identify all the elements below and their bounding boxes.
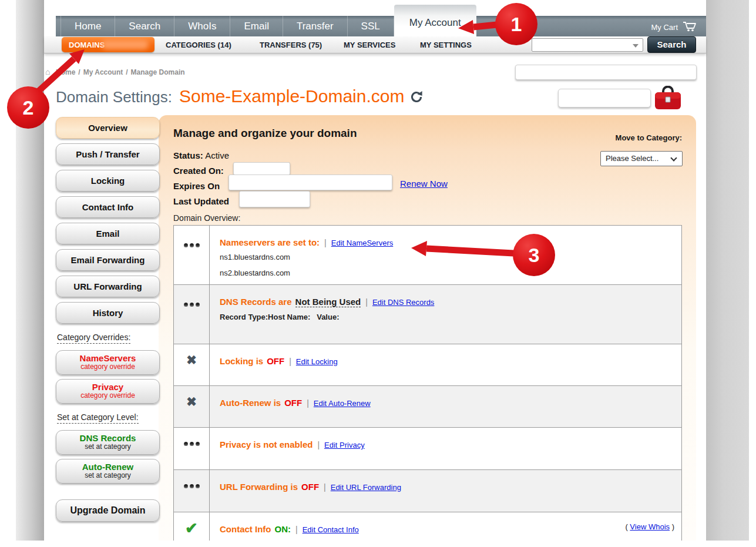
- subnav-item-categories-14[interactable]: CATEGORIES (14): [166, 41, 231, 49]
- sidebar-item-email-forwarding[interactable]: Email Forwarding: [56, 249, 160, 271]
- dot: [196, 484, 200, 488]
- my-cart-button[interactable]: My Cart: [651, 21, 697, 33]
- sidebar-item-push-transfer[interactable]: Push / Transfer: [56, 143, 160, 165]
- separator: |: [289, 357, 291, 366]
- upgrade-domain-button[interactable]: Upgrade Domain: [56, 499, 160, 522]
- edit-locking-link[interactable]: Edit Locking: [296, 357, 338, 366]
- row-icon-cell: [174, 226, 210, 284]
- edit-url-forwarding-link[interactable]: Edit URL Forwarding: [331, 483, 401, 492]
- sidebar-category-auto-renew[interactable]: Auto-Renewset at category: [56, 459, 160, 484]
- search-button[interactable]: Search: [647, 36, 696, 53]
- sidebar-item-overview[interactable]: Overview: [56, 117, 160, 139]
- view-whois-link[interactable]: View Whois: [630, 522, 670, 531]
- sidebar-item-contact-info[interactable]: Contact Info: [56, 196, 160, 218]
- row-icon-cell: [174, 428, 210, 469]
- category-title: DNS Records: [56, 433, 159, 443]
- subnav-item-my-services[interactable]: MY SERVICES: [344, 41, 395, 49]
- domain-search-combobox[interactable]: [532, 38, 643, 52]
- row-title-line: Locking isOFF|Edit Locking: [220, 356, 673, 366]
- domain-settings-screen: HomeSearchWhoIsEmailTransferSSLMy Accoun…: [0, 0, 756, 547]
- domain-search-input[interactable]: [535, 39, 631, 51]
- category-select[interactable]: Please Select...: [600, 151, 683, 166]
- row-status-badge: Not Being Used: [295, 297, 361, 307]
- redaction-box: [229, 174, 392, 190]
- override-subtitle: category override: [56, 392, 159, 400]
- dot: [196, 442, 200, 446]
- override-title: Privacy: [56, 382, 159, 392]
- row-body: Locking isOFF|Edit Locking: [210, 344, 681, 385]
- row-body: Privacy is not enabled|Edit Privacy: [210, 428, 681, 469]
- renew-now-link[interactable]: Renew Now: [400, 179, 448, 189]
- dot: [190, 484, 194, 488]
- home-icon: ⌂: [45, 67, 50, 76]
- edit-nameservers-link[interactable]: Edit NameServers: [331, 239, 393, 247]
- expires-line: Expires On: [173, 179, 229, 194]
- nav-tab-whois[interactable]: WhoIs: [174, 16, 230, 36]
- row-title-line: Nameservers are set to:|Edit NameServers: [220, 237, 673, 247]
- row-icon-cell: [174, 285, 210, 344]
- row-title: Auto-Renew is: [220, 398, 281, 408]
- nav-tab-my-account[interactable]: My Account: [394, 5, 476, 36]
- dot: [196, 243, 200, 247]
- sidebar-item-url-forwarding[interactable]: URL Forwarding: [56, 276, 160, 297]
- top-nav-tabs: HomeSearchWhoIsEmailTransferSSLMy Accoun…: [56, 16, 706, 36]
- edit-privacy-link[interactable]: Edit Privacy: [324, 441, 365, 449]
- status-pending-icon: [184, 285, 200, 344]
- row-title: Contact Info: [220, 524, 271, 534]
- breadcrumb-separator: /: [78, 68, 80, 76]
- breadcrumb-item-home[interactable]: Home: [56, 68, 75, 76]
- row-body: Contact InfoON:|Edit Contact Info( View …: [210, 512, 681, 541]
- row-body: DNS Records areNot Being Used|Edit DNS R…: [210, 285, 681, 344]
- separator: |: [324, 482, 326, 492]
- category-overrides-label: Category Overrides:: [57, 333, 160, 342]
- override-title: NameServers: [56, 353, 159, 363]
- nav-tab-home[interactable]: Home: [61, 16, 115, 36]
- combobox-dropdown-icon[interactable]: [633, 44, 639, 48]
- edit-contact-info-link[interactable]: Edit Contact Info: [303, 525, 359, 534]
- domain-meta: Status: Active Created On: Expires On La…: [173, 148, 229, 209]
- row-status-badge: OFF: [284, 398, 302, 408]
- row-title-line: Auto-Renew isOFF|Edit Auto-Renew: [220, 398, 673, 408]
- nav-tab-transfer[interactable]: Transfer: [283, 16, 348, 36]
- sidebar-item-locking[interactable]: Locking: [56, 170, 160, 192]
- sidebar-category-dns-records[interactable]: DNS Recordsset at category: [56, 430, 160, 455]
- chevron-down-icon: [670, 155, 677, 161]
- status-pending-icon: [184, 428, 200, 469]
- set-at-category-label-text: Set at Category Level:: [57, 412, 139, 424]
- row-detail-line: ns1.bluestardns.com: [220, 251, 673, 263]
- category-subtitle: set at category: [56, 472, 159, 479]
- row-icon-cell: ✔: [174, 512, 210, 541]
- row-title-line: DNS Records areNot Being Used|Edit DNS R…: [220, 297, 673, 307]
- row-status-badge: OFF: [267, 356, 284, 366]
- view-whois-wrap: ( View Whois ): [625, 522, 674, 531]
- breadcrumb: Home/My Account/Manage Domain: [56, 68, 185, 76]
- top-navigation: HomeSearchWhoIsEmailTransferSSLMy Accoun…: [56, 16, 706, 36]
- sidebar-override-privacy[interactable]: Privacycategory override: [56, 379, 160, 404]
- edit-dns-records-link[interactable]: Edit DNS Records: [372, 298, 434, 307]
- edit-auto-renew-link[interactable]: Edit Auto-Renew: [314, 399, 371, 408]
- subnav-item-transfers-75[interactable]: TRANSFERS (75): [260, 41, 322, 49]
- breadcrumb-item-my-account[interactable]: My Account: [83, 68, 123, 76]
- dot: [196, 303, 200, 307]
- page-title: Domain Settings: Some-Example-Domain.com: [56, 86, 423, 106]
- nav-tab-ssl[interactable]: SSL: [348, 16, 394, 36]
- sub-navigation: DOMAINS CATEGORIES (14)TRANSFERS (75)MY …: [44, 36, 706, 53]
- set-at-category-label: Set at Category Level:: [57, 412, 160, 422]
- separator: |: [365, 297, 368, 307]
- nav-tab-email[interactable]: Email: [230, 16, 283, 36]
- toolbox-icon[interactable]: [654, 86, 681, 113]
- subnav-tab-domains[interactable]: DOMAINS: [62, 37, 154, 52]
- sidebar-override-nameservers[interactable]: NameServerscategory override: [56, 350, 160, 375]
- category-subtitle: set at category: [56, 443, 159, 451]
- status-off-icon: ✖: [186, 344, 197, 385]
- created-line: Created On:: [173, 163, 229, 179]
- nav-tab-search[interactable]: Search: [115, 16, 174, 36]
- domain-row-edit-url-forwarding: URL Forwarding isOFF|Edit URL Forwarding: [174, 470, 681, 512]
- subnav-item-my-settings[interactable]: MY SETTINGS: [420, 41, 472, 49]
- separator: |: [295, 525, 298, 534]
- status-pending-icon: [184, 226, 200, 284]
- sidebar-item-history[interactable]: History: [56, 302, 160, 324]
- refresh-icon[interactable]: [410, 90, 423, 106]
- sidebar-item-email[interactable]: Email: [56, 223, 160, 244]
- row-status-badge: ON:: [275, 524, 291, 534]
